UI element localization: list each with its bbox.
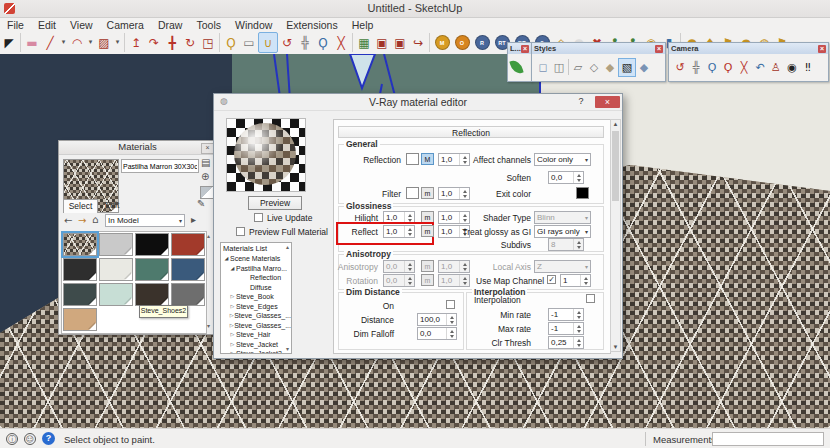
reflection-map-button[interactable]: M (421, 153, 434, 165)
material-swatch[interactable] (63, 258, 97, 281)
home-icon[interactable]: ⌂ (92, 215, 98, 225)
paint-bucket-tool[interactable]: ∪ (258, 32, 278, 53)
exit-color-swatch[interactable] (576, 187, 589, 199)
material-swatch[interactable] (135, 233, 169, 256)
measurements-input[interactable] (712, 432, 824, 446)
materials-tree-item[interactable]: ▷Steve_Book (221, 292, 291, 302)
rotation-mult-spinner[interactable]: 1,0 (438, 274, 470, 287)
material-swatch[interactable] (171, 233, 205, 256)
share-icon[interactable]: ↪ (409, 33, 427, 52)
shader-type-dropdown[interactable]: Blinn▾ (534, 211, 591, 224)
close-icon[interactable]: × (818, 45, 826, 53)
sample-paint-icon[interactable]: ✎ (197, 199, 205, 209)
package2-icon[interactable]: ▣ (391, 33, 409, 52)
scroll-up-icon[interactable]: ▴ (286, 244, 289, 253)
position-camera-icon[interactable]: ♙ (768, 59, 784, 76)
menu-extensions[interactable]: Extensions (279, 19, 344, 31)
menu-window[interactable]: Window (228, 19, 279, 31)
close-button[interactable]: × (595, 96, 620, 108)
material-swatch[interactable] (99, 283, 133, 306)
material-swatch[interactable] (63, 283, 97, 306)
interpolation-checkbox[interactable] (586, 294, 595, 303)
reflect-map-button[interactable]: m (421, 225, 434, 237)
material-swatch[interactable] (171, 258, 205, 281)
material-swatch[interactable] (63, 308, 97, 331)
material-swatch[interactable] (171, 283, 205, 306)
material-swatch-selected[interactable] (63, 233, 97, 256)
orbit-icon[interactable]: ↺ (672, 59, 688, 76)
geolocation-icon[interactable]: ⓘ (6, 433, 18, 445)
tape-measure-tool[interactable]: Ϙ (222, 33, 240, 52)
preview-full-material-checkbox[interactable] (236, 227, 245, 236)
display-secondary-pane-icon[interactable]: ▤ (201, 158, 210, 168)
dialog-title-bar[interactable]: ◍ V-Ray material editor ? × (214, 94, 622, 111)
dim-falloff-spinner[interactable]: 0,0 (417, 327, 457, 340)
text-tool[interactable]: ▭ (240, 33, 258, 52)
pan-tool[interactable]: ╬ (296, 33, 314, 52)
zoom-extents-tool[interactable]: ╳ (332, 33, 350, 52)
eraser-tool[interactable]: ▬ (23, 33, 41, 52)
panel-scrollbar[interactable]: ▲ ▼ (610, 119, 621, 352)
line-tool-caret-icon[interactable]: ▾ (59, 33, 68, 52)
arc-tool[interactable]: ◠ (68, 33, 86, 52)
affect-channels-dropdown[interactable]: Color only▾ (534, 153, 591, 166)
material-swatch[interactable] (135, 258, 169, 281)
materials-tree-item[interactable]: ▷Steve_Glasses_... (221, 321, 291, 331)
rotation-map-button[interactable]: m (421, 274, 434, 286)
tab-edit[interactable]: Edit (99, 199, 125, 212)
menu-camera[interactable]: Camera (100, 19, 151, 31)
previous-icon[interactable]: ↶ (752, 59, 768, 76)
rotation-spinner[interactable]: 0,0 (383, 274, 415, 287)
style-shaded-textures-icon[interactable]: ▧ (618, 58, 636, 77)
zoom-extents-icon[interactable]: ╳ (736, 59, 752, 76)
treat-glossy-dropdown[interactable]: GI rays only▾ (534, 225, 591, 238)
style-back-edges-icon[interactable]: ◫ (551, 59, 567, 76)
material-swatch[interactable] (99, 233, 133, 256)
materials-tree-item[interactable]: ▷Steve_Jacket2 (221, 349, 291, 354)
followme-tool[interactable]: ↷ (145, 33, 163, 52)
move-tool[interactable]: ╋ (163, 33, 181, 52)
materials-tree-item[interactable]: Reflection (221, 273, 291, 283)
arc-tool-caret-icon[interactable]: ▾ (86, 33, 95, 52)
materials-tree-item[interactable]: ▷Steve_Glasses_... (221, 311, 291, 321)
menu-tools[interactable]: Tools (189, 19, 228, 31)
materials-tree-item[interactable]: ◢Pastilha Marro... (221, 264, 291, 274)
select-tool[interactable]: ◤ (0, 33, 18, 52)
credit-icon[interactable]: ☺ (24, 433, 36, 445)
anisotropy-map-button[interactable]: m (421, 260, 434, 272)
materials-panel-title[interactable]: Materials (59, 141, 216, 155)
use-map-channel-checkbox[interactable]: ✓ (547, 275, 556, 284)
vray-materials-icon[interactable]: M (435, 35, 450, 50)
dim-on-checkbox[interactable] (446, 300, 455, 309)
scrollbar-thumb[interactable] (612, 131, 619, 201)
vray-options-icon[interactable]: O (455, 35, 470, 50)
materials-tree-item[interactable]: ▷Steve_Edges (221, 302, 291, 312)
line-tool[interactable]: ╱ (41, 33, 59, 52)
forward-arrow-icon[interactable]: → (78, 216, 86, 226)
subdivs-spinner[interactable]: 8 (548, 238, 584, 251)
style-wireframe-icon[interactable]: ▱ (570, 59, 586, 76)
walk-icon[interactable]: ‼ (800, 59, 816, 76)
menu-draw[interactable]: Draw (151, 19, 190, 31)
create-material-icon[interactable]: ⊕ (201, 172, 209, 182)
back-arrow-icon[interactable]: ← (64, 216, 72, 226)
scroll-down-icon[interactable]: ▾ (286, 346, 289, 352)
anisotropy-mult-spinner[interactable]: 1,0 (438, 260, 470, 273)
leaf-icon[interactable] (509, 59, 523, 75)
live-update-checkbox[interactable] (254, 213, 263, 222)
style-hidden-line-icon[interactable]: ◇ (586, 59, 602, 76)
tab-select[interactable]: Select (63, 199, 98, 213)
menu-view[interactable]: View (63, 19, 100, 31)
zoom-window-icon[interactable]: Ϙ (720, 59, 736, 76)
map-channel-spinner[interactable]: 1 (560, 274, 591, 287)
rectangle-tool[interactable]: ▨ (95, 33, 113, 52)
menu-file[interactable]: File (0, 19, 31, 31)
close-icon[interactable]: × (655, 45, 663, 53)
help-icon[interactable]: ? (42, 432, 55, 445)
scale-tool[interactable]: ◳ (199, 33, 217, 52)
collection-dropdown[interactable]: In Model ▾ (105, 214, 185, 227)
scroll-up-icon[interactable]: ▲ (611, 121, 620, 127)
material-swatch[interactable] (99, 258, 133, 281)
style-shaded-icon[interactable]: ◆ (602, 59, 618, 76)
rectangle-tool-caret-icon[interactable]: ▾ (113, 33, 122, 52)
